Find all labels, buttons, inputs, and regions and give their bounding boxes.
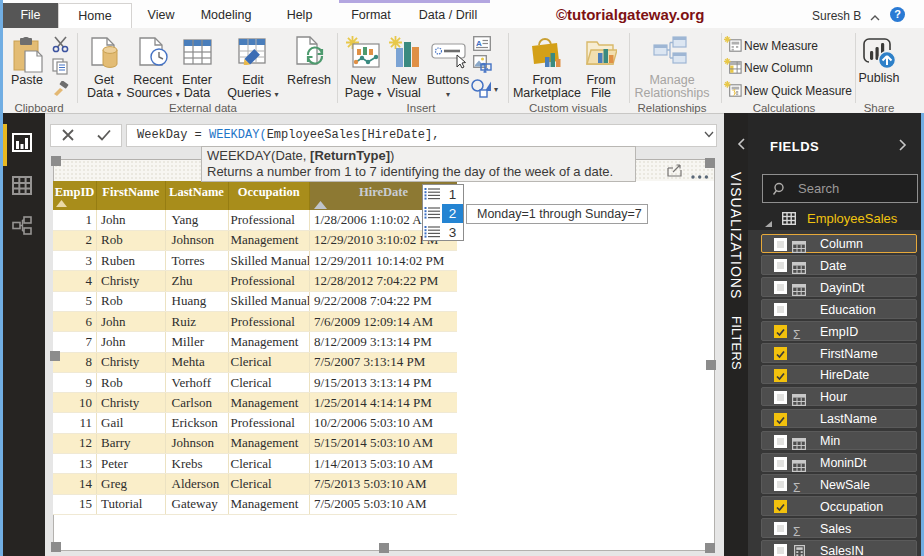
svg-text:A: A — [476, 39, 482, 48]
